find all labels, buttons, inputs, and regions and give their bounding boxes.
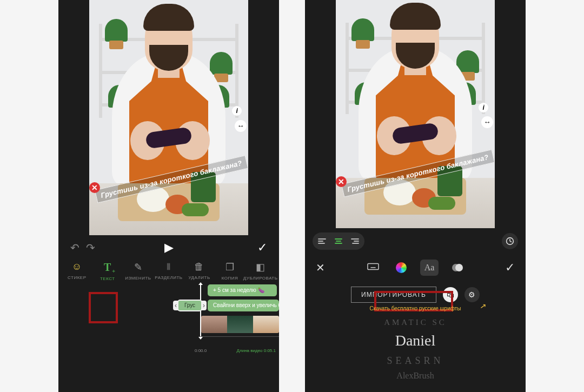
download-fonts-hint: Скачать бесплатно русские шрифты ↗: [305, 304, 526, 316]
tool-label: ТЕКСТ: [100, 276, 115, 281]
tool-label: РАЗДЕЛИТЬ: [155, 275, 182, 280]
color-wheel-icon: [396, 262, 407, 273]
align-right-icon[interactable]: [347, 234, 363, 248]
toolbar: ☺ СТИКЕР T+ ТЕКСТ ✎ ИЗМЕНИТЬ ⦀ РАЗДЕЛИТЬ…: [58, 257, 279, 284]
font-option[interactable]: AlexBrush: [305, 369, 526, 383]
info-overlay-icon[interactable]: i: [479, 103, 488, 112]
keyboard-mode[interactable]: [364, 260, 382, 276]
clip-label: Грус: [184, 302, 195, 308]
tool-delete[interactable]: 🗑 УДАЛИТЬ: [184, 261, 215, 280]
font-mode[interactable]: Aa: [420, 260, 439, 276]
resize-overlay-icon[interactable]: ↔: [235, 120, 247, 132]
pencil-icon: ✎: [134, 261, 143, 273]
shopping-bag-icon: 🛍: [447, 290, 454, 299]
align-left-icon[interactable]: [314, 234, 330, 248]
video-preview[interactable]: Грустишь из-за короткого баклажана? ✕ i …: [336, 0, 495, 228]
import-row: ИМПОРТИРОВАТЬ 🛍 ⚙: [305, 283, 526, 304]
video-track[interactable]: [201, 316, 279, 333]
hint-text: Скачать бесплатно русские шрифты: [369, 305, 461, 311]
alignment-row: [305, 228, 526, 252]
tool-sticker[interactable]: ☺ СТИКЕР: [62, 261, 92, 280]
delete-overlay-icon[interactable]: ✕: [336, 176, 347, 187]
font-option[interactable]: AMATIC SC: [305, 316, 526, 329]
clip-handle-left[interactable]: ‹: [173, 301, 178, 310]
text-icon: T+: [104, 261, 111, 274]
split-icon: ⦀: [167, 261, 171, 273]
font-option[interactable]: Daniel: [305, 329, 526, 353]
trash-icon: 🗑: [194, 261, 204, 273]
confirm-button[interactable]: ✓: [257, 241, 267, 255]
time-zero: 0:00.0: [195, 348, 207, 353]
play-button[interactable]: ▶: [164, 241, 174, 255]
tool-edit[interactable]: ✎ ИЗМЕНИТЬ: [123, 261, 153, 281]
edit-mode-row: ✕ Aa ✓: [305, 252, 526, 283]
resize-overlay-icon[interactable]: ↔: [481, 116, 493, 128]
clip-label: Свайпни вверх и увеличь бак: [213, 302, 279, 308]
tool-split[interactable]: ⦀ РАЗДЕЛИТЬ: [154, 261, 184, 280]
timeline[interactable]: + 5 см за неделю 🍆 ‹ Грус › Свайпни ввер…: [58, 284, 279, 349]
info-overlay-icon[interactable]: i: [232, 106, 242, 116]
confirm-button[interactable]: ✓: [505, 261, 515, 275]
tool-label: ИЗМЕНИТЬ: [125, 276, 151, 281]
video-preview[interactable]: Грустишь из-за короткого баклажана? ✕ i …: [89, 0, 248, 235]
tool-copy[interactable]: ❐ КОПИЯ: [215, 261, 245, 281]
redo-icon[interactable]: ↷: [86, 242, 95, 254]
tool-label: УДАЛИТЬ: [188, 275, 210, 280]
clip-handle-right[interactable]: ›: [201, 301, 207, 310]
tool-text[interactable]: T+ ТЕКСТ: [92, 261, 123, 281]
duration-button[interactable]: [502, 233, 518, 249]
tool-label: СТИКЕР: [68, 275, 86, 280]
time-duration: Длина видео 0:05.1: [237, 348, 276, 353]
undo-icon[interactable]: ↶: [70, 242, 79, 254]
tool-duplicate[interactable]: ◧ ДУБЛИРОВАТЬ: [245, 261, 276, 281]
settings-button[interactable]: ⚙: [464, 287, 480, 302]
timeline-clip[interactable]: + 5 см за неделю 🍆: [208, 284, 277, 296]
close-icon[interactable]: ✕: [316, 261, 325, 274]
import-font-button[interactable]: ИМПОРТИРОВАТЬ: [351, 287, 436, 303]
screenshot-left-text-tool: Грустишь из-за короткого баклажана? ✕ i …: [58, 0, 279, 392]
svg-rect-12: [368, 264, 379, 270]
align-center-icon[interactable]: [330, 234, 347, 248]
timeline-clip[interactable]: Свайпни вверх и увеличь бак: [208, 300, 279, 311]
keyboard-icon: [367, 263, 379, 273]
copy-icon: ❐: [225, 261, 235, 273]
color-mode[interactable]: [392, 260, 410, 276]
font-icon: Aa: [424, 263, 435, 273]
shop-button[interactable]: 🛍: [443, 287, 458, 302]
clip-label: + 5 см за неделю 🍆: [213, 287, 264, 293]
overlap-circles-icon: [452, 262, 463, 273]
style-mode[interactable]: [448, 260, 467, 276]
arrow-icon: ↗: [480, 301, 487, 311]
duplicate-icon: ◧: [256, 261, 266, 273]
timeline-clip-selected[interactable]: ‹ Грус ›: [177, 300, 202, 311]
delete-overlay-icon[interactable]: ✕: [89, 182, 100, 193]
alignment-pill: [313, 232, 364, 250]
font-option[interactable]: SEASRN: [305, 353, 526, 369]
font-list[interactable]: AMATIC SC Daniel SEASRN AlexBrush: [305, 316, 526, 382]
svg-line-11: [510, 241, 512, 242]
gear-icon: ⚙: [468, 290, 475, 299]
tool-label: ДУБЛИРОВАТЬ: [243, 276, 278, 281]
screenshot-right-font-import: Грустишь из-за короткого баклажана? ✕ i …: [305, 0, 526, 392]
player-bar: ↶ ↷ ▶ ✓: [58, 235, 279, 257]
smiley-icon: ☺: [72, 261, 82, 273]
tool-label: КОПИЯ: [222, 276, 238, 281]
time-ruler: [200, 336, 279, 337]
